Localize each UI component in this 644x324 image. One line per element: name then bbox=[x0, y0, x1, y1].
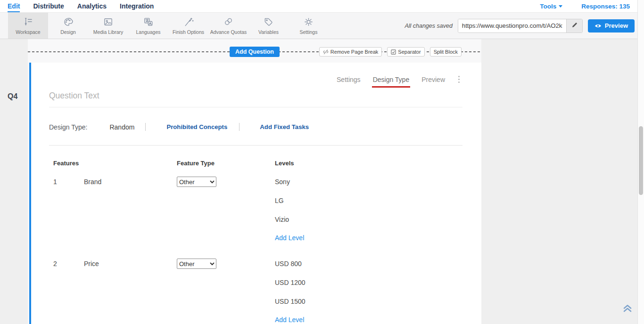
tab-design-type[interactable]: Design Type bbox=[373, 76, 410, 83]
feature-name[interactable]: Brand bbox=[84, 172, 177, 191]
toolbar-item-finish-options[interactable]: Finish Options bbox=[168, 13, 208, 39]
survey-url-input[interactable] bbox=[458, 19, 566, 32]
levels-cell: SonyLGVizioAdd Level bbox=[275, 172, 462, 247]
feature-number: 2 bbox=[53, 254, 84, 273]
level-item[interactable]: USD 1200 bbox=[275, 273, 462, 292]
add-fixed-tasks-link[interactable]: Add Fixed Tasks bbox=[260, 123, 309, 130]
prohibited-concepts-link[interactable]: Prohibited Concepts bbox=[166, 123, 227, 130]
level-item[interactable]: LG bbox=[275, 191, 462, 210]
tools-label: Tools bbox=[540, 3, 556, 10]
feature-number: 1 bbox=[53, 172, 84, 191]
split-block-button[interactable]: Split Block bbox=[430, 47, 462, 57]
divider bbox=[145, 123, 146, 131]
level-item[interactable]: Vizio bbox=[275, 210, 462, 229]
tab-settings[interactable]: Settings bbox=[337, 76, 361, 83]
feature-name[interactable]: Price bbox=[84, 254, 177, 273]
features-table-header: Features Feature Type Levels bbox=[53, 160, 462, 167]
levels-cell: USD 800USD 1200USD 1500Add Level bbox=[275, 254, 462, 324]
feature-type-header: Feature Type bbox=[177, 160, 275, 167]
broken-link-icon bbox=[323, 49, 329, 55]
add-question-button[interactable]: Add Question bbox=[230, 47, 280, 57]
separator-button[interactable]: Separator bbox=[387, 47, 424, 57]
toolbar-item-label: Workspace bbox=[16, 29, 40, 35]
add-question-row: Add Question Remove Page Break Separator… bbox=[28, 47, 481, 57]
feature-type-select[interactable]: Other bbox=[177, 177, 216, 187]
question-number: Q4 bbox=[8, 92, 17, 101]
question-text-input[interactable]: Question Text bbox=[49, 91, 462, 107]
edit-url-button[interactable] bbox=[566, 19, 582, 32]
kebab-menu-icon[interactable] bbox=[455, 74, 462, 84]
level-item[interactable]: USD 800 bbox=[275, 254, 462, 273]
split-block-label: Split Block bbox=[434, 49, 458, 55]
tab-preview[interactable]: Preview bbox=[421, 76, 445, 83]
checkbox-checked-icon bbox=[391, 49, 396, 55]
dot bbox=[458, 76, 460, 77]
toolbar-item-label: Variables bbox=[258, 29, 279, 35]
editor-content: Q4 Add Question Remove Page Break Separa… bbox=[0, 39, 644, 324]
nav-item-analytics[interactable]: Analytics bbox=[77, 0, 107, 12]
toolbar-item-settings[interactable]: Settings bbox=[289, 13, 329, 39]
responses-link[interactable]: Responses: 135 bbox=[581, 3, 630, 10]
features-table-body: 1BrandOtherSonyLGVizioAdd Level2PriceOth… bbox=[53, 172, 462, 324]
separator-label: Separator bbox=[398, 49, 421, 55]
levels-header: Levels bbox=[275, 160, 462, 167]
toolbar-item-design[interactable]: Design bbox=[48, 13, 88, 39]
features-header: Features bbox=[53, 160, 177, 167]
toolbar-item-label: Advance Quotas bbox=[210, 29, 247, 35]
level-item[interactable]: Sony bbox=[275, 172, 462, 191]
right-panel bbox=[481, 39, 644, 324]
toolbar-item-label: Media Library bbox=[93, 29, 124, 35]
divider bbox=[239, 123, 239, 131]
main-column: Add Question Remove Page Break Separator… bbox=[28, 39, 481, 324]
question-gutter: Q4 bbox=[0, 39, 28, 324]
nav-items: EditDistributeAnalyticsIntegration bbox=[8, 0, 154, 12]
preview-label: Preview bbox=[605, 22, 628, 29]
nav-item-edit[interactable]: Edit bbox=[8, 0, 20, 12]
remove-page-break-label: Remove Page Break bbox=[330, 49, 379, 55]
feature-type-cell: Other bbox=[177, 254, 275, 273]
toolbar-item-languages[interactable]: Languages bbox=[128, 13, 168, 39]
dot bbox=[458, 79, 460, 80]
scrollbar-thumb[interactable] bbox=[639, 126, 643, 195]
media-library-icon bbox=[103, 16, 114, 27]
toolbar-item-label: Finish Options bbox=[173, 29, 204, 35]
toolbar-right: All changes saved Preview bbox=[405, 13, 644, 39]
remove-page-break-button[interactable]: Remove Page Break bbox=[319, 47, 382, 57]
add-level-link[interactable]: Add Level bbox=[275, 311, 462, 324]
palette-icon bbox=[63, 16, 74, 27]
design-type-row: Design Type: Random Prohibited Concepts … bbox=[49, 123, 462, 131]
preview-button[interactable]: Preview bbox=[588, 19, 635, 32]
toolbar-items: WorkspaceDesignMedia LibraryLanguagesFin… bbox=[8, 13, 329, 39]
add-level-link[interactable]: Add Level bbox=[275, 229, 462, 247]
toolbar-item-advance-quotas[interactable]: Advance Quotas bbox=[208, 13, 248, 39]
question-tabs: SettingsDesign TypePreview bbox=[49, 63, 462, 84]
tools-menu[interactable]: Tools bbox=[540, 3, 562, 10]
pencil-icon bbox=[571, 22, 578, 30]
chevron-down-icon bbox=[559, 5, 562, 8]
nav-right: Tools Responses: 135 bbox=[540, 3, 630, 10]
feature-type-select[interactable]: Other bbox=[177, 259, 216, 269]
scroll-to-top-button[interactable] bbox=[622, 303, 633, 315]
dot bbox=[458, 81, 460, 83]
nav-item-distribute[interactable]: Distribute bbox=[33, 0, 64, 12]
vertical-scrollbar[interactable] bbox=[637, 0, 644, 324]
toolbar-item-media-library[interactable]: Media Library bbox=[88, 13, 128, 39]
magic-wand-icon bbox=[183, 16, 194, 27]
question-card: SettingsDesign TypePreview Question Text… bbox=[29, 63, 481, 324]
top-nav: EditDistributeAnalyticsIntegration Tools… bbox=[0, 0, 644, 13]
design-type-value[interactable]: Random bbox=[109, 123, 134, 131]
feature-row: 2PriceOtherUSD 800USD 1200USD 1500Add Le… bbox=[53, 254, 462, 324]
tag-icon bbox=[263, 16, 274, 27]
design-type-label: Design Type: bbox=[49, 123, 87, 131]
chain-links-icon bbox=[223, 16, 234, 27]
level-item[interactable]: USD 1500 bbox=[275, 292, 462, 311]
toolbar: WorkspaceDesignMedia LibraryLanguagesFin… bbox=[0, 13, 644, 39]
survey-url-group bbox=[458, 19, 583, 33]
feature-type-cell: Other bbox=[177, 172, 275, 191]
nav-item-integration[interactable]: Integration bbox=[120, 0, 154, 12]
toolbar-item-variables[interactable]: Variables bbox=[248, 13, 289, 39]
toolbar-item-workspace[interactable]: Workspace bbox=[8, 13, 48, 39]
toolbar-item-label: Languages bbox=[136, 29, 161, 35]
toolbar-item-label: Design bbox=[60, 29, 76, 35]
gear-icon bbox=[303, 16, 314, 27]
